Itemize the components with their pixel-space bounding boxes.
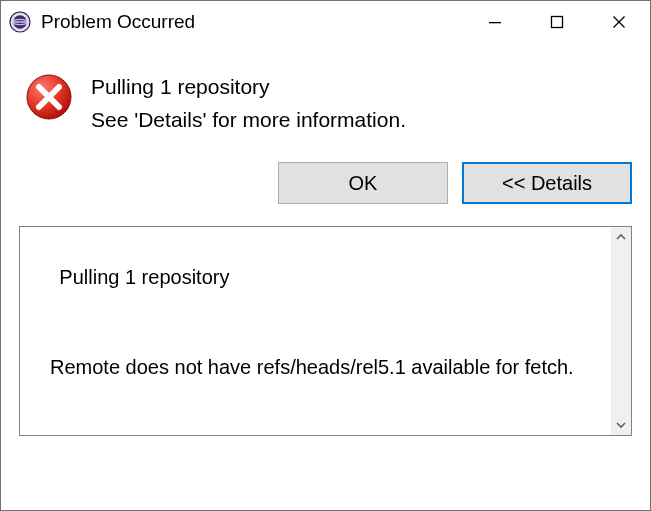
message-row: Pulling 1 repository See 'Details' for m…	[19, 43, 632, 158]
chevron-down-icon	[616, 420, 626, 430]
details-button[interactable]: << Details	[462, 162, 632, 204]
scrollbar[interactable]	[611, 227, 631, 435]
details-panel[interactable]: Pulling 1 repository Remote does not hav…	[19, 226, 632, 436]
message-subtext: See 'Details' for more information.	[91, 104, 406, 137]
message-heading: Pulling 1 repository	[91, 71, 406, 104]
svg-rect-4	[489, 22, 501, 23]
dialog-content: Pulling 1 repository See 'Details' for m…	[1, 43, 650, 454]
details-panel-wrap: Pulling 1 repository Remote does not hav…	[19, 226, 632, 436]
window-controls	[464, 1, 650, 43]
message-text: Pulling 1 repository See 'Details' for m…	[91, 71, 406, 136]
details-line: Remote does not have refs/heads/rel5.1 a…	[26, 352, 609, 382]
maximize-button[interactable]	[526, 1, 588, 43]
window-title: Problem Occurred	[41, 11, 464, 33]
maximize-icon	[550, 15, 564, 29]
close-icon	[612, 15, 626, 29]
chevron-up-icon	[616, 232, 626, 242]
minimize-icon	[488, 15, 502, 29]
details-line: Pulling 1 repository	[59, 266, 229, 288]
svg-rect-5	[552, 17, 563, 28]
ok-button[interactable]: OK	[278, 162, 448, 204]
titlebar: Problem Occurred	[1, 1, 650, 43]
scroll-up-button[interactable]	[611, 227, 631, 247]
eclipse-icon	[9, 11, 31, 33]
scroll-down-button[interactable]	[611, 415, 631, 435]
svg-rect-3	[13, 21, 27, 23]
error-icon	[25, 73, 73, 125]
close-button[interactable]	[588, 1, 650, 43]
button-row: OK << Details	[19, 158, 632, 226]
minimize-button[interactable]	[464, 1, 526, 43]
